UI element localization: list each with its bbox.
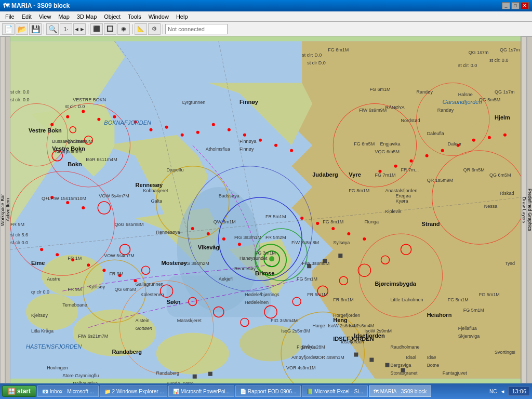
- predefined-graphics-tab[interactable]: Predefined Graphics: [527, 36, 532, 383]
- menu-tools[interactable]: Tools: [125, 12, 144, 21]
- svg-text:FR 5m2M: FR 5m2M: [265, 235, 286, 240]
- svg-text:Vikevåg: Vikevåg: [198, 244, 219, 250]
- svg-text:VOW 5s4m7M: VOW 5s4m7M: [104, 253, 135, 258]
- tray-nc: NC: [489, 389, 497, 394]
- right-sidebar: Draw Layers Predefined Graphics: [521, 36, 532, 383]
- svg-point-82: [316, 222, 319, 225]
- svg-text:st clr 5.6: st clr 5.6: [10, 232, 28, 237]
- svg-text:DW 6s28M: DW 6s28M: [302, 344, 325, 350]
- svg-point-63: [243, 134, 246, 137]
- svg-text:Bussangholmen: Bussangholmen: [52, 139, 86, 144]
- menu-3dmap[interactable]: 3D Map: [74, 12, 100, 21]
- toolbar-sep-2: [88, 24, 88, 34]
- svg-text:BOKNAFJORDEN: BOKNAFJORDEN: [104, 119, 151, 126]
- taskbar-rapport[interactable]: 📄 Rapport EOD 0906...: [235, 385, 301, 397]
- svg-text:st clr: 0.0: st clr: 0.0: [458, 63, 477, 68]
- taskbar-powerpoint[interactable]: 📊 Microsoft PowerPoi...: [168, 385, 234, 397]
- menu-map[interactable]: Map: [55, 12, 72, 21]
- svg-point-105: [269, 256, 274, 261]
- svg-point-12: [359, 57, 442, 109]
- nav-button-2[interactable]: 🔲: [104, 23, 116, 35]
- svg-point-61: [212, 123, 215, 126]
- svg-text:Flunga: Flunga: [364, 219, 379, 224]
- connection-text: Not connected: [168, 26, 205, 32]
- close-button[interactable]: ✕: [521, 2, 529, 9]
- svg-text:Kiplevik: Kiplevik: [385, 209, 402, 214]
- svg-text:Skjersviga: Skjersviga: [458, 334, 480, 339]
- svg-text:Strand: Strand: [422, 221, 440, 227]
- toolbar-sep-4: [163, 24, 163, 34]
- svg-text:FR 5m1M: FR 5m1M: [307, 292, 328, 297]
- svg-text:Little Liaholmen: Little Liaholmen: [390, 297, 423, 302]
- svg-text:Eime: Eime: [31, 260, 45, 266]
- svg-text:VOR 4s9m1M: VOR 4s9m1M: [286, 365, 316, 370]
- app-window: 🗺 MARIA - 3S09 block _ □ ✕ File Edit Vie…: [0, 0, 532, 399]
- nav-button-1[interactable]: ⬛: [90, 23, 103, 35]
- svg-rect-103: [208, 372, 212, 376]
- start-button[interactable]: 🪟 start: [2, 385, 36, 397]
- svg-text:Amøyfjorden: Amøyfjorden: [291, 355, 318, 360]
- map-container[interactable]: Vestre Bokn Vestre Bokn Bokn Rennesøy Fi…: [10, 36, 521, 383]
- svg-text:VQG 6m5M: VQG 6m5M: [375, 149, 400, 154]
- svg-point-11: [323, 109, 375, 140]
- menu-edit[interactable]: Edit: [19, 12, 35, 21]
- svg-point-55: [113, 115, 116, 118]
- nav-button-3[interactable]: ◉: [117, 23, 130, 35]
- svg-text:Kyøra: Kyøra: [396, 198, 408, 204]
- menu-object[interactable]: Object: [101, 12, 124, 21]
- draw-layers-tab[interactable]: Draw Layers: [521, 36, 527, 383]
- zoom-out-button[interactable]: 1·: [60, 23, 72, 35]
- svg-text:Terneboane: Terneboane: [62, 302, 87, 308]
- svg-text:Rennesøya: Rennesøya: [156, 230, 180, 235]
- svg-text:IsoW 2s9mM: IsoW 2s9mM: [364, 328, 392, 334]
- zoom-in-button[interactable]: 🔍: [46, 23, 59, 35]
- tray-arrow: ◄: [500, 389, 506, 394]
- svg-text:QG 1s7m: QG 1s7m: [500, 47, 520, 52]
- maximize-button[interactable]: □: [511, 2, 520, 9]
- svg-text:Storaugranet: Storaugranet: [390, 370, 418, 376]
- svg-text:Finnøy: Finnøy: [240, 99, 259, 105]
- svg-text:QR 6m5M: QR 6m5M: [463, 167, 485, 172]
- menu-window[interactable]: Window: [145, 12, 172, 21]
- new-button[interactable]: 📄: [2, 23, 15, 35]
- svg-point-94: [503, 134, 507, 137]
- open-button[interactable]: 📂: [16, 23, 28, 35]
- pan-button[interactable]: ◄►: [73, 23, 86, 35]
- menu-view[interactable]: View: [36, 12, 55, 21]
- svg-text:Hødelelnen: Hødelelnen: [245, 300, 269, 305]
- measure-button[interactable]: 📐: [135, 23, 147, 35]
- svg-point-7: [26, 294, 78, 330]
- svg-text:Daleufla: Daleufla: [427, 131, 444, 136]
- svg-point-90: [441, 149, 444, 152]
- workspace-bar-tab[interactable]: Workspace Bar: [0, 36, 5, 383]
- svg-text:Idsøl: Idsøl: [406, 355, 417, 360]
- svg-text:Vyre: Vyre: [349, 171, 361, 178]
- svg-text:Kjeltsøy: Kjeltsøy: [88, 284, 105, 289]
- svg-text:Bergsviga: Bergsviga: [390, 363, 411, 368]
- svg-point-81: [300, 217, 303, 220]
- svg-text:VOW 5s4m7M: VOW 5s4m7M: [99, 193, 129, 198]
- taskbar-excel[interactable]: 📗 Microsoft Excel - Si...: [302, 385, 368, 397]
- svg-text:HASTEINSFJORDEN: HASTEINSFJORDEN: [26, 343, 82, 350]
- settings-button[interactable]: ⚙: [148, 23, 161, 35]
- svg-text:Finnøya: Finnøya: [240, 139, 257, 144]
- svg-text:FG 7m1M: FG 7m1M: [375, 172, 395, 178]
- svg-text:Badssøya: Badssøya: [219, 193, 240, 198]
- menu-help[interactable]: Help: [173, 12, 191, 21]
- svg-text:Gallagrunnen: Gallagrunnen: [135, 282, 163, 287]
- save-button[interactable]: 💾: [29, 23, 42, 35]
- menu-file[interactable]: File: [2, 12, 18, 21]
- svg-text:Idsefjorden: Idsefjorden: [341, 339, 364, 344]
- svg-text:Riskad: Riskad: [500, 191, 514, 196]
- taskbar-tray: NC ◄ 13:06: [489, 387, 530, 396]
- active-item-tab[interactable]: Active Item: [5, 36, 10, 383]
- menu-bar: File Edit View Map 3D Map Object Tools W…: [0, 11, 532, 22]
- svg-point-84: [347, 232, 350, 235]
- taskbar-maria[interactable]: 🗺 MARIA - 3S09 block: [369, 385, 431, 397]
- svg-text:Anastalsfjorden: Anastalsfjorden: [385, 188, 417, 193]
- taskbar-explorer[interactable]: 📁 2 Windows Explorer ...: [100, 385, 167, 397]
- taskbar-inbox[interactable]: 📧 Inbox - Microsoft ...: [37, 385, 99, 397]
- minimize-button[interactable]: _: [502, 2, 510, 9]
- svg-text:FR 9M: FR 9M: [109, 271, 123, 276]
- svg-text:FG 6m1M: FG 6m1M: [328, 47, 349, 52]
